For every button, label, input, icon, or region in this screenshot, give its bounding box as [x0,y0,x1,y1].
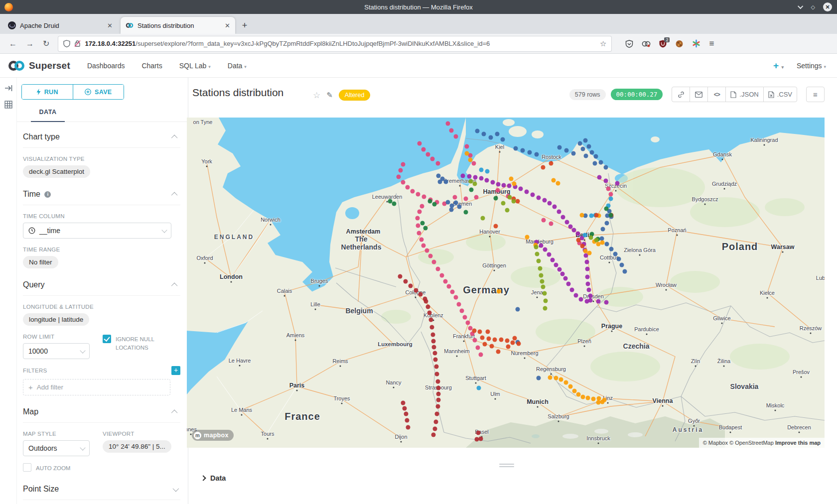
data-point [604,165,608,170]
data-point [444,180,448,184]
ublock-icon[interactable]: 2 [659,40,667,48]
section-time[interactable]: Time i [23,190,180,205]
data-panel-toggle[interactable]: Data [201,474,226,482]
insecure-lock-icon[interactable] [74,40,81,47]
lonlat-pill[interactable]: longitude | latitude [23,313,89,326]
map-attribution: © Mapbox © OpenStreetMap Improve this ma… [699,438,825,448]
embed-code-button[interactable]: <> [707,87,726,102]
data-point [547,252,552,256]
tab-data[interactable]: DATA [31,109,65,116]
time-range-pill[interactable]: No filter [23,256,58,268]
chart-menu-button[interactable]: ≡ [806,87,825,102]
data-point [425,152,430,157]
share-link-button[interactable] [672,87,690,102]
section-query[interactable]: Query [23,280,180,296]
pocket-icon[interactable] [625,40,633,48]
nav-data[interactable]: Data ▾ [228,62,247,70]
new-tab-button[interactable]: + [238,19,251,32]
nav-dashboards[interactable]: Dashboards [87,62,125,70]
viewport-label: VIEWPORT [103,431,171,437]
data-point [549,222,554,226]
tab-stations-distribution[interactable]: Stations distribution ✕ [121,17,235,34]
edit-title-icon[interactable]: ✎ [326,91,333,100]
data-point [541,165,546,170]
data-point [588,298,593,302]
nav-settings[interactable]: Settings ▾ [797,62,826,70]
tracking-shield-icon[interactable] [63,40,70,47]
maximize-button[interactable]: ◇ [811,4,815,10]
data-point [462,315,467,320]
data-point [513,336,517,341]
menu-icon[interactable]: ≡ [709,39,714,49]
data-point [475,345,480,350]
map-canvas[interactable]: on TyneYorkNorwichENGLANDOxfordLondonCal… [187,118,825,448]
run-button[interactable]: RUN [22,85,73,99]
add-filter-plus-button[interactable]: + [171,366,180,375]
data-point [569,287,574,292]
mask-extension-icon[interactable] [642,40,651,48]
data-point [509,177,514,181]
data-point [430,332,435,337]
data-point [521,148,525,153]
tab-close-icon[interactable]: ✕ [225,22,230,29]
url-bar[interactable]: 172.18.0.4:32251/superset/explore/?form_… [58,36,611,51]
forward-button[interactable]: → [26,39,34,48]
dataset-grid-icon[interactable] [4,101,12,109]
data-point [465,151,469,156]
pinwheel-extension-icon[interactable] [692,39,700,48]
section-point-size[interactable]: Point Size [23,485,180,500]
mapbox-logo[interactable]: m mapbox [192,430,234,441]
data-point [525,190,529,194]
panel-scroll[interactable]: Chart type VISUALIZATION TYPE deck.gl Sc… [17,123,188,504]
add-new-button[interactable]: + ▾ [773,60,784,71]
data-point [568,384,572,388]
data-point [486,330,490,334]
data-point [511,341,515,345]
data-point [609,247,614,252]
auto-zoom-checkbox[interactable] [23,463,31,472]
bookmark-star-icon[interactable]: ☆ [600,39,606,48]
data-point [459,309,464,313]
chart-title: Stations distribution [192,87,283,99]
map-style-select[interactable]: Outdoors [23,440,90,456]
data-point [499,338,503,342]
nav-charts[interactable]: Charts [141,62,162,70]
data-point [432,260,436,264]
collapse-panel-icon[interactable] [4,85,12,92]
row-count-badge: 579 rows [569,89,606,100]
time-column-select[interactable]: __time [23,223,171,239]
data-point [583,233,587,238]
resize-handle[interactable] [499,462,514,469]
improve-map-link[interactable]: Improve this map [775,440,821,446]
section-chart-type[interactable]: Chart type [23,132,180,148]
download-json-button[interactable]: .JSON [725,87,763,102]
add-filter-box[interactable]: +Add filter [23,379,170,395]
tab-apache-druid[interactable]: Apache Druid ✕ [3,17,118,34]
palette-extension-icon[interactable] [675,40,684,48]
data-point [619,262,624,267]
data-point [474,195,479,200]
window-title: Stations distribution — Mozilla Firefox [0,3,837,11]
tab-close-icon[interactable]: ✕ [107,22,113,29]
data-point [552,178,556,183]
data-point [475,129,480,133]
data-point [432,351,437,355]
data-point [449,208,454,212]
viz-type-pill[interactable]: deck.gl Scatterplot [23,165,90,178]
back-button[interactable]: ← [9,39,17,48]
section-map[interactable]: Map [23,407,180,423]
data-point [479,168,484,172]
menu-icon: ≡ [813,90,818,99]
download-csv-button[interactable]: .CSV [763,87,797,102]
close-button[interactable]: ✕ [823,2,832,11]
ignore-null-checkbox[interactable] [103,335,111,343]
viewport-pill[interactable]: 10° 24' 49.86" | 5... [103,440,171,453]
email-button[interactable] [690,87,708,102]
nav-sql-lab[interactable]: SQL Lab ▾ [179,62,211,70]
favorite-star-icon[interactable]: ☆ [313,90,320,101]
save-button[interactable]: SAVE [73,85,124,99]
row-limit-select[interactable]: 10000 [23,343,90,359]
superset-logo[interactable]: Superset [7,60,70,72]
data-point [461,173,465,178]
reload-button[interactable]: ↻ [43,39,49,48]
